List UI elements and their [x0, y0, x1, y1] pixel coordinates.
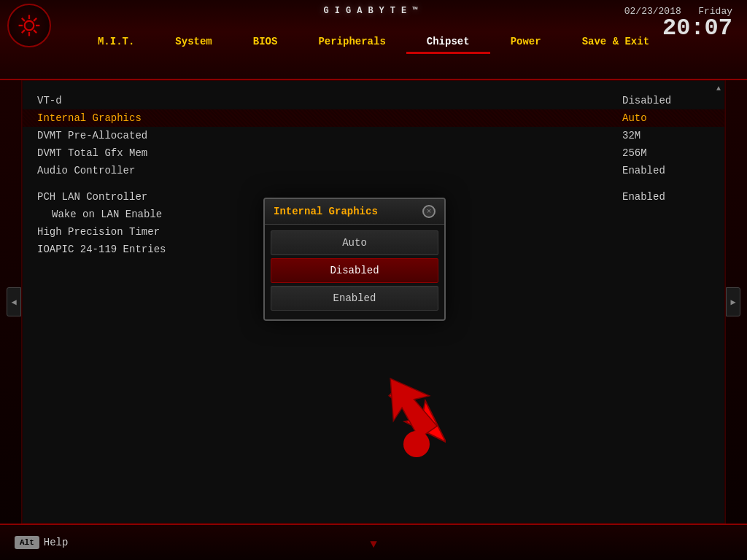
main-area: ◀ ▲ VT-d Disabled Internal Graphics Auto…	[0, 80, 747, 524]
nav-power[interactable]: Power	[490, 31, 562, 54]
setting-internal-graphics[interactable]: Internal Graphics Auto	[23, 109, 724, 127]
svg-point-11	[403, 431, 430, 457]
nav-peripherals[interactable]: Peripherals	[298, 31, 406, 54]
nav-chipset[interactable]: Chipset	[406, 31, 490, 54]
setting-name-internal-graphics: Internal Graphics	[37, 112, 142, 124]
setting-name-dvmt-total: DVMT Total Gfx Mem	[37, 147, 147, 159]
right-sidebar: ▶	[725, 80, 747, 524]
setting-audio-controller[interactable]: Audio Controller Enabled	[37, 162, 710, 179]
cursor-arrow	[380, 365, 446, 464]
svg-line-6	[34, 30, 36, 33]
dialog-title: Internal Graphics	[274, 206, 378, 217]
setting-name-pch-lan: PCH LAN Controller	[37, 191, 147, 203]
left-sidebar: ◀	[0, 80, 22, 524]
alt-key: Alt	[15, 536, 39, 549]
brand-logo: GIGABYTE™	[324, 6, 424, 24]
setting-name-vt-d: VT-d	[37, 95, 62, 106]
setting-value-dvmt-total: 256M	[622, 147, 710, 159]
nav-save-exit[interactable]: Save & Exit	[562, 31, 670, 54]
dialog-close-button[interactable]: ×	[422, 205, 436, 218]
setting-vt-d[interactable]: VT-d Disabled	[37, 92, 710, 109]
internal-graphics-dialog: Internal Graphics × Auto Disabled Enable…	[263, 198, 446, 321]
svg-line-7	[34, 18, 36, 21]
svg-marker-10	[380, 366, 446, 445]
settings-panel: ▲ VT-d Disabled Internal Graphics Auto D…	[22, 80, 725, 524]
top-bar: 02/23/2018 Friday 20:07 GIGABYTE™ M.I.T.…	[0, 0, 747, 80]
setting-name-hpt: High Precision Timer	[37, 226, 160, 238]
left-arrow[interactable]: ◀	[7, 287, 21, 316]
setting-value-audio: Enabled	[622, 165, 710, 176]
setting-value-internal-graphics: Auto	[622, 112, 710, 124]
nav-bios[interactable]: BIOS	[233, 31, 298, 54]
right-arrow[interactable]: ▶	[726, 287, 740, 316]
nav-system[interactable]: System	[155, 31, 232, 54]
setting-name-wake-lan: Wake on LAN Enable	[37, 209, 162, 220]
nav-mit[interactable]: M.I.T.	[77, 31, 155, 54]
setting-name-dvmt-pre: DVMT Pre-Allocated	[37, 130, 147, 141]
option-disabled[interactable]: Disabled	[271, 258, 438, 283]
setting-value-vt-d: Disabled	[622, 95, 710, 106]
svg-line-8	[22, 30, 25, 33]
setting-name-ioapic: IOAPIC 24-119 Entries	[37, 244, 166, 255]
setting-dvmt-total[interactable]: DVMT Total Gfx Mem 256M	[37, 144, 710, 162]
gear-icon	[7, 4, 51, 47]
bottom-bar: Alt Help ▼	[0, 524, 747, 560]
setting-name-audio: Audio Controller	[37, 165, 135, 176]
svg-marker-9	[384, 381, 446, 453]
svg-line-5	[22, 18, 25, 21]
scroll-indicator: ▲	[716, 85, 721, 93]
spacer-1	[37, 179, 710, 188]
navigation-bar: M.I.T. System BIOS Peripherals Chipset P…	[0, 31, 747, 54]
dialog-header: Internal Graphics ×	[265, 199, 444, 225]
dialog-body: Auto Disabled Enabled	[265, 225, 444, 319]
option-auto[interactable]: Auto	[271, 230, 438, 255]
bottom-scroll-arrow: ▼	[370, 538, 377, 551]
help-text: Help	[44, 537, 69, 548]
svg-point-0	[25, 21, 34, 31]
setting-value-pch-lan: Enabled	[622, 191, 710, 203]
setting-value-dvmt-pre: 32M	[622, 130, 710, 141]
option-enabled[interactable]: Enabled	[271, 286, 438, 311]
setting-dvmt-pre[interactable]: DVMT Pre-Allocated 32M	[37, 127, 710, 144]
